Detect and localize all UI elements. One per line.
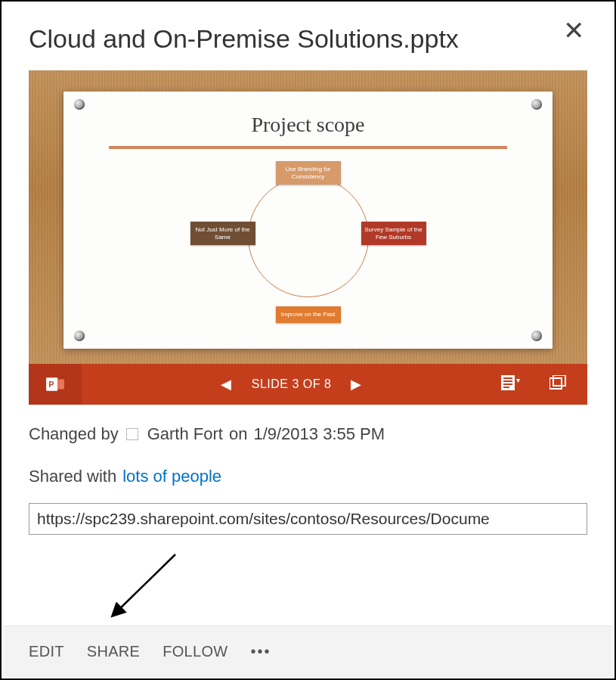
svg-rect-9 xyxy=(549,378,562,389)
svg-rect-5 xyxy=(503,380,512,382)
screw-icon xyxy=(531,99,542,110)
changed-by-user[interactable]: Garth Fort xyxy=(147,424,223,444)
document-title: Cloud and On-Premise Solutions.pptx xyxy=(29,24,459,54)
powerpoint-glyph-icon: P xyxy=(45,374,65,394)
svg-rect-6 xyxy=(503,383,512,385)
svg-line-11 xyxy=(113,554,175,615)
reading-view-icon[interactable]: ▾ xyxy=(501,375,524,393)
slide-canvas[interactable]: Project scope Use Branding for Consisten… xyxy=(63,92,553,349)
screw-icon xyxy=(74,331,85,341)
edit-button[interactable]: EDIT xyxy=(29,643,64,660)
share-button[interactable]: SHARE xyxy=(87,643,140,660)
shared-with-link[interactable]: lots of people xyxy=(122,467,221,486)
svg-rect-7 xyxy=(503,387,509,388)
slide-title: Project scope xyxy=(63,92,553,137)
screw-icon xyxy=(74,99,85,110)
cycle-ring xyxy=(248,176,369,297)
slideshow-icon[interactable] xyxy=(549,375,566,393)
document-url-field[interactable]: https://spc239.sharepoint.com/sites/cont… xyxy=(29,503,587,535)
more-actions-icon[interactable]: ••• xyxy=(250,643,271,660)
title-rule xyxy=(109,146,507,149)
cycle-diagram: Use Branding for Consistency Survey Samp… xyxy=(195,163,422,321)
close-icon[interactable]: ✕ xyxy=(560,20,587,41)
view-controls: ▾ xyxy=(501,375,587,393)
callout-footer: EDIT SHARE FOLLOW ••• xyxy=(3,626,613,677)
next-slide-icon[interactable]: ▶ xyxy=(351,376,362,393)
svg-rect-10 xyxy=(553,375,565,386)
slide-preview-area: Project scope Use Branding for Consisten… xyxy=(29,70,587,405)
powerpoint-icon: P xyxy=(29,364,82,405)
changed-by-on: on xyxy=(229,424,247,444)
changed-by-row: Changed by Garth Fort on 1/9/2013 3:55 P… xyxy=(29,424,587,444)
slide-control-bar: P ◀ SLIDE 3 OF 8 ▶ ▾ xyxy=(29,364,587,405)
annotation-arrow-icon xyxy=(100,550,190,626)
prev-slide-icon[interactable]: ◀ xyxy=(221,376,232,393)
changed-date: 1/9/2013 3:55 PM xyxy=(253,424,385,444)
shared-with-label: Shared with xyxy=(29,467,116,486)
changed-by-label: Changed by xyxy=(29,424,119,444)
slide-background: Project scope Use Branding for Consisten… xyxy=(29,70,587,364)
shared-with-row: Shared with lots of people xyxy=(29,467,587,486)
title-row: Cloud and On-Premise Solutions.pptx ✕ xyxy=(29,20,587,70)
diagram-node-top: Use Branding for Consistency xyxy=(276,161,341,185)
svg-text:P: P xyxy=(48,380,54,389)
svg-rect-2 xyxy=(57,380,64,390)
svg-text:▾: ▾ xyxy=(516,376,521,384)
diagram-node-left: Not Just More of the Same xyxy=(190,222,255,245)
slide-counter: SLIDE 3 OF 8 xyxy=(252,377,332,391)
follow-button[interactable]: FOLLOW xyxy=(163,643,228,660)
diagram-node-bottom: Improve on the Past xyxy=(276,306,341,323)
user-avatar-placeholder-icon xyxy=(126,428,138,440)
diagram-node-right: Survey Sample of the Few Suburbs xyxy=(361,222,426,245)
svg-rect-4 xyxy=(503,377,512,379)
document-callout: Cloud and On-Premise Solutions.pptx ✕ Pr… xyxy=(0,0,616,680)
screw-icon xyxy=(531,331,542,341)
slide-nav: ◀ SLIDE 3 OF 8 ▶ xyxy=(82,376,501,393)
